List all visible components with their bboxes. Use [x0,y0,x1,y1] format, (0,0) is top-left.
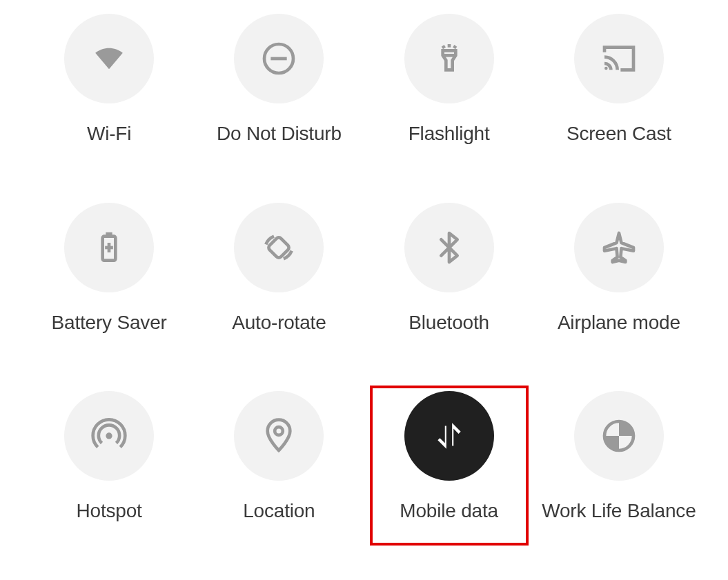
tile-label: Location [243,500,315,522]
cast-icon [574,14,664,103]
tile-label: Mobile data [400,500,498,522]
tile-airplane[interactable]: Airplane mode [534,196,704,385]
rotate-icon [234,203,324,292]
tile-hotspot[interactable]: Hotspot [24,384,194,573]
dnd-icon [234,14,324,103]
tile-label: Hotspot [77,500,142,522]
tile-screencast[interactable]: Screen Cast [534,7,704,196]
hotspot-icon [64,391,154,481]
location-icon [234,391,324,481]
tile-location[interactable]: Location [194,384,364,573]
data-icon [404,391,494,481]
tile-battery-saver[interactable]: Battery Saver [24,196,194,385]
tile-worklife[interactable]: Work Life Balance [534,384,704,573]
tile-label: Flashlight [409,123,490,145]
svg-point-6 [604,67,608,70]
battery-icon [64,203,154,292]
tile-label: Do Not Disturb [217,123,342,145]
tile-autorotate[interactable]: Auto-rotate [194,196,364,385]
tile-mobile-data[interactable]: Mobile data [364,384,534,573]
tile-label: Wi-Fi [87,123,131,145]
tile-label: Auto-rotate [232,312,326,334]
tile-label: Battery Saver [52,312,167,334]
tile-label: Work Life Balance [542,500,696,522]
wifi-icon [64,14,154,103]
svg-point-13 [275,427,284,435]
svg-line-4 [442,46,444,48]
tile-label: Airplane mode [558,312,680,334]
airplane-icon [574,203,664,292]
tile-flashlight[interactable]: Flashlight [364,7,534,196]
bluetooth-icon [404,203,494,292]
tile-wifi[interactable]: Wi-Fi [24,7,194,196]
svg-line-5 [454,46,455,48]
globe-icon [574,391,664,481]
tile-label: Screen Cast [567,123,671,145]
flashlight-icon [404,14,494,103]
tile-dnd[interactable]: Do Not Disturb [194,7,364,196]
tile-bluetooth[interactable]: Bluetooth [364,196,534,385]
svg-point-12 [106,433,112,439]
quick-settings-grid: Wi-Fi Do Not Disturb Flashlight [0,0,728,580]
tile-label: Bluetooth [409,312,489,334]
